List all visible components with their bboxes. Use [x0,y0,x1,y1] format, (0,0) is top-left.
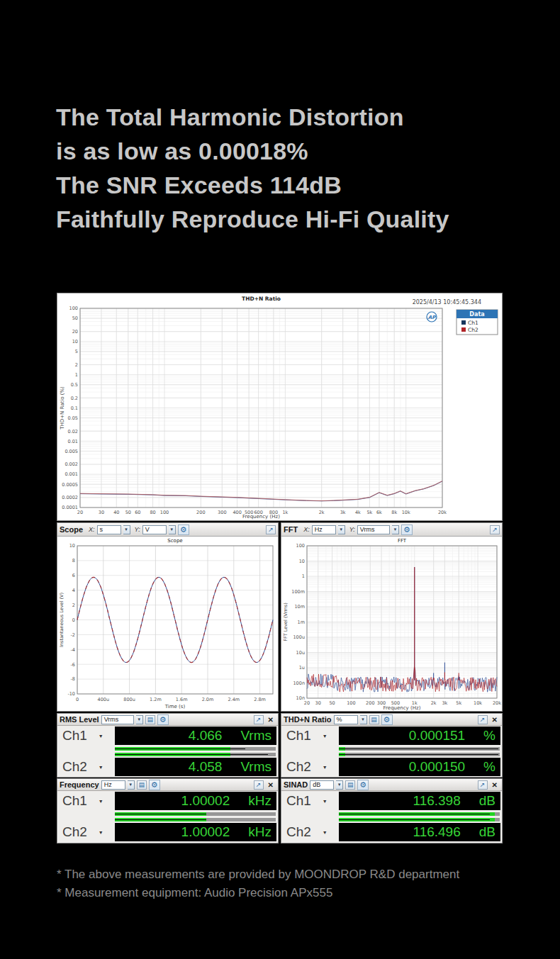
unit-dropdown[interactable]: Vrms [101,715,134,724]
svg-text:100: 100 [160,510,169,515]
meter-value: 0.000150 [409,759,465,775]
chevron-down-icon[interactable]: ▼ [169,525,176,534]
scope-x-unit-dropdown[interactable]: s [97,525,121,534]
close-icon[interactable]: ✕ [490,716,500,724]
channel-selector[interactable]: Ch1▼ [286,793,327,809]
svg-text:10m: 10m [294,604,305,610]
popout-icon[interactable]: ↗ [254,780,264,790]
channel-selector[interactable]: Ch1▼ [62,793,103,809]
gear-icon[interactable]: ⚙ [178,525,189,535]
chevron-down-icon[interactable]: ▼ [338,525,345,534]
svg-text:800u: 800u [123,697,135,702]
headline-line-1: The Total Harmonic Distortion [56,100,449,134]
chevron-down-icon[interactable]: ▼ [392,525,399,534]
popout-icon[interactable]: ↗ [478,780,488,790]
svg-text:100: 100 [347,700,355,706]
popout-icon[interactable]: ↗ [490,525,500,534]
close-icon[interactable]: ✕ [266,716,276,724]
scope-chart: 1086420-2-4-6-8-100400u800u1.2m1.6m2.0m2… [57,537,278,711]
scope-y-unit-dropdown[interactable]: V [142,525,167,534]
display-mode-icon[interactable]: ▤ [369,715,379,724]
x-axis-selector-label: X: [89,526,95,533]
gear-icon[interactable]: ⚙ [381,714,393,725]
meter-value: 116.496 [413,824,460,840]
gear-icon[interactable]: ⚙ [149,780,160,790]
svg-text:0: 0 [76,697,79,702]
svg-text:2.4m: 2.4m [228,697,240,702]
unit-dropdown[interactable]: dB [310,780,334,790]
svg-text:Frequency (Hz): Frequency (Hz) [242,514,280,520]
display-mode-icon[interactable]: ▤ [137,780,147,790]
chevron-down-icon[interactable]: ▼ [360,715,367,724]
chevron-down-icon: ▼ [99,830,103,835]
chevron-down-icon[interactable]: ▼ [336,780,343,790]
svg-text:6k: 6k [376,510,382,515]
meter-unit: kHz [248,793,271,809]
svg-text:10: 10 [69,543,75,549]
fft-x-unit-dropdown[interactable]: Hz [312,525,336,534]
channel-selector[interactable]: Ch1▼ [286,728,327,744]
channel-selector[interactable]: Ch2▼ [62,824,103,840]
level-bar [339,818,500,821]
meter-title: RMS Level [60,715,99,724]
svg-text:4k: 4k [355,510,361,515]
svg-text:Scope: Scope [167,538,182,544]
close-icon[interactable]: ✕ [490,781,500,789]
svg-text:THD+N Ratio (%): THD+N Ratio (%) [60,386,65,430]
meter-value: 4.066 [189,728,223,744]
unit-dropdown[interactable]: Hz [101,780,125,790]
unit-dropdown[interactable]: % [334,715,358,724]
svg-text:8k: 8k [391,510,397,515]
svg-text:FFT Level (Vrms): FFT Level (Vrms) [283,602,289,641]
gear-icon[interactable]: ⚙ [157,714,169,725]
svg-text:100n: 100n [293,680,305,686]
display-mode-icon[interactable]: ▤ [145,715,155,724]
meter-value: 0.000151 [409,728,465,744]
popout-icon[interactable]: ↗ [254,715,264,724]
svg-text:0.0002: 0.0002 [62,495,78,500]
channel-selector[interactable]: Ch2▼ [286,824,327,840]
lcd-display: 0.000151% [339,727,500,745]
meter-value: 116.398 [413,793,460,809]
channel-selector[interactable]: Ch1▼ [62,728,103,744]
chevron-down-icon[interactable]: ▼ [136,715,143,724]
meter-body: Ch1▼ 116.398dB Ch2▼ 116.496dB [281,791,502,843]
svg-text:2.8m: 2.8m [254,697,266,702]
level-bar [339,747,500,751]
channel-selector[interactable]: Ch2▼ [62,759,103,775]
svg-text:2025/4/13 10:45:45.344: 2025/4/13 10:45:45.344 [413,299,481,305]
gear-icon[interactable]: ⚙ [357,780,369,790]
lcd-display: 116.496dB [339,823,500,841]
lcd-display: 4.058Vrms [115,758,276,776]
footnote-2: * Measurement equipment: Audio Precision… [57,884,459,902]
channel-selector[interactable]: Ch2▼ [286,759,327,775]
popout-icon[interactable]: ↗ [266,525,276,534]
page: The Total Harmonic Distortion is as low … [0,0,560,959]
level-bar [115,747,276,751]
svg-text:50: 50 [329,700,335,706]
level-bar [339,812,500,816]
svg-text:40: 40 [113,510,119,515]
gear-icon[interactable]: ⚙ [401,525,413,535]
chevron-down-icon[interactable]: ▼ [123,525,130,534]
chevron-down-icon[interactable]: ▼ [128,780,135,790]
svg-text:0.005: 0.005 [65,449,78,454]
fft-y-unit-dropdown[interactable]: Vrms [357,525,390,534]
footnotes: * The above measurements are provided by… [57,865,459,902]
close-icon[interactable]: ✕ [266,781,276,789]
svg-text:20k: 20k [493,700,501,706]
svg-text:Ch1: Ch1 [468,320,478,326]
svg-text:10: 10 [72,339,78,344]
svg-text:100m: 100m [291,589,305,595]
display-mode-icon[interactable]: ▤ [345,780,355,790]
meter-panel-thd-n-ratio: THD+N Ratio %▼ ▤ ⚙ ↗ ✕ Ch1▼ 0.000151% Ch… [281,713,503,778]
measurement-screenshot: 1005020105210.50.20.10.050.020.010.0050.… [57,293,503,843]
svg-text:1.6m: 1.6m [176,697,188,702]
svg-text:1: 1 [302,573,305,579]
svg-text:1k: 1k [282,510,288,515]
meter-value: 4.058 [189,759,223,775]
svg-text:0.0001: 0.0001 [62,505,78,510]
popout-icon[interactable]: ↗ [478,715,488,724]
svg-text:1: 1 [75,372,78,378]
svg-text:1.2m: 1.2m [150,697,162,702]
